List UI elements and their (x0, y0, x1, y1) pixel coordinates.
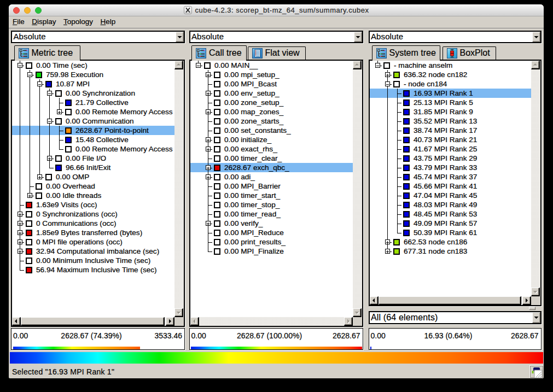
svg-text:21.79 Collective: 21.79 Collective (75, 98, 129, 107)
svg-text:43.75 MPI Rank 29: 43.75 MPI Rank 29 (414, 154, 477, 162)
svg-text:- node cn184: - node cn184 (404, 80, 447, 88)
svg-text:0.00 Communication: 0.00 Communication (66, 117, 134, 125)
svg-text:0.00 zone_starts_: 0.00 zone_starts_ (224, 117, 284, 125)
svg-text:0.00 MPI_Barrier: 0.00 MPI_Barrier (224, 182, 281, 190)
svg-text:0 Synchronizations (occ): 0 Synchronizations (occ) (36, 210, 118, 218)
svg-text:0.00 env_setup_: 0.00 env_setup_ (224, 89, 280, 97)
svg-text:0.00 MAIN__: 0.00 MAIN__ (214, 61, 258, 69)
svg-text:10.87 MPI: 10.87 MPI (56, 80, 90, 88)
svg-text:16.93 MPI Rank 1: 16.93 MPI Rank 1 (414, 89, 473, 97)
svg-text:0.00 MPI_Bcast: 0.00 MPI_Bcast (224, 80, 277, 88)
svg-text:0.00 Synchronization: 0.00 Synchronization (66, 89, 135, 97)
svg-text:45.66 MPI Rank 41: 45.66 MPI Rank 41 (414, 182, 477, 190)
svg-text:0.00 map_zones_: 0.00 map_zones_ (224, 108, 284, 116)
svg-text:0.00 zone_setup_: 0.00 zone_setup_ (224, 98, 284, 107)
svg-text:0.00 verify_: 0.00 verify_ (224, 219, 263, 227)
svg-text:15.48 Collective: 15.48 Collective (75, 136, 129, 144)
svg-text:0.00 timer_clear_: 0.00 timer_clear_ (224, 154, 282, 162)
svg-text:0.00 Remote Memory Access: 0.00 Remote Memory Access (75, 145, 173, 153)
svg-text:662.53 node cn186: 662.53 node cn186 (404, 238, 467, 246)
svg-text:45.74 MPI Rank 37: 45.74 MPI Rank 37 (414, 173, 477, 181)
svg-text:31.85 MPI Rank 9: 31.85 MPI Rank 9 (414, 108, 473, 116)
svg-text:0.00 mpi_setup_: 0.00 mpi_setup_ (224, 71, 280, 79)
svg-text:48.45 MPI Rank 53: 48.45 MPI Rank 53 (414, 210, 477, 218)
svg-text:0.00 Overhead: 0.00 Overhead (46, 182, 95, 190)
svg-text:0.00 Minimum Inclusive Time (s: 0.00 Minimum Inclusive Time (sec) (36, 256, 150, 265)
svg-text:0.00 print_results_: 0.00 print_results_ (224, 238, 286, 246)
svg-text:35.52 MPI Rank 13: 35.52 MPI Rank 13 (414, 117, 477, 125)
svg-text:0 Communications (occ): 0 Communications (occ) (36, 219, 117, 227)
svg-text:0.00 Idle threads: 0.00 Idle threads (46, 191, 101, 200)
svg-text:40.73 MPI Rank 21: 40.73 MPI Rank 21 (414, 136, 477, 144)
svg-text:759.98 Execution: 759.98 Execution (46, 71, 103, 79)
svg-text:41.67 MPI Rank 25: 41.67 MPI Rank 25 (414, 145, 477, 153)
svg-text:96.66 Init/Exit: 96.66 Init/Exit (66, 163, 111, 172)
svg-text:0.00 exact_rhs_: 0.00 exact_rhs_ (224, 145, 277, 153)
svg-text:0.00 adi_: 0.00 adi_ (224, 173, 255, 181)
svg-text:49.09 MPI Rank 57: 49.09 MPI Rank 57 (414, 219, 477, 227)
svg-text:636.32 node cn182: 636.32 node cn182 (404, 71, 467, 79)
svg-text:677.31 node cn183: 677.31 node cn183 (404, 247, 467, 255)
svg-text:56.94 Maximum Inclusive Time (: 56.94 Maximum Inclusive Time (sec) (36, 266, 157, 274)
svg-text:0.00 MPI_Reduce: 0.00 MPI_Reduce (224, 229, 284, 237)
svg-text:25.13 MPI Rank 5: 25.13 MPI Rank 5 (414, 98, 473, 107)
svg-text:0.00 MPI_Finalize: 0.00 MPI_Finalize (224, 247, 284, 255)
svg-text:0 MPI file operations (occ): 0 MPI file operations (occ) (36, 238, 123, 246)
svg-text:0.00 File I/O: 0.00 File I/O (66, 154, 106, 162)
svg-text:- machine anselm: - machine anselm (394, 61, 452, 69)
svg-text:0.00 Remote Memory Access: 0.00 Remote Memory Access (75, 108, 173, 116)
svg-text:0.00 timer_start_: 0.00 timer_start_ (224, 191, 280, 200)
svg-text:2628.67 exch_qbc_: 2628.67 exch_qbc_ (224, 163, 289, 172)
svg-text:38.74 MPI Rank 17: 38.74 MPI Rank 17 (414, 126, 477, 134)
svg-text:48.03 MPI Rank 49: 48.03 MPI Rank 49 (414, 201, 477, 209)
svg-text:43.79 MPI Rank 33: 43.79 MPI Rank 33 (414, 163, 477, 172)
svg-text:0.00 timer_stop_: 0.00 timer_stop_ (224, 201, 280, 209)
svg-text:0.00 Time (sec): 0.00 Time (sec) (36, 61, 88, 69)
svg-text:32.94 Computational imbalance: 32.94 Computational imbalance (sec) (36, 247, 159, 255)
svg-text:1.63e9 Visits (occ): 1.63e9 Visits (occ) (36, 201, 97, 209)
svg-text:50.39 MPI Rank 61: 50.39 MPI Rank 61 (414, 229, 477, 237)
svg-text:2628.67 Point-to-point: 2628.67 Point-to-point (75, 126, 149, 134)
svg-text:47.04 MPI Rank 45: 47.04 MPI Rank 45 (414, 191, 477, 200)
svg-text:0.00 timer_read_: 0.00 timer_read_ (224, 210, 281, 218)
svg-text:1.85e9 Bytes transferred (byte: 1.85e9 Bytes transferred (bytes) (36, 229, 142, 237)
svg-text:0.00 OMP: 0.00 OMP (56, 173, 89, 181)
svg-text:0.00 initialize_: 0.00 initialize_ (224, 136, 272, 144)
svg-text:0.00 set_constants_: 0.00 set_constants_ (224, 126, 291, 134)
